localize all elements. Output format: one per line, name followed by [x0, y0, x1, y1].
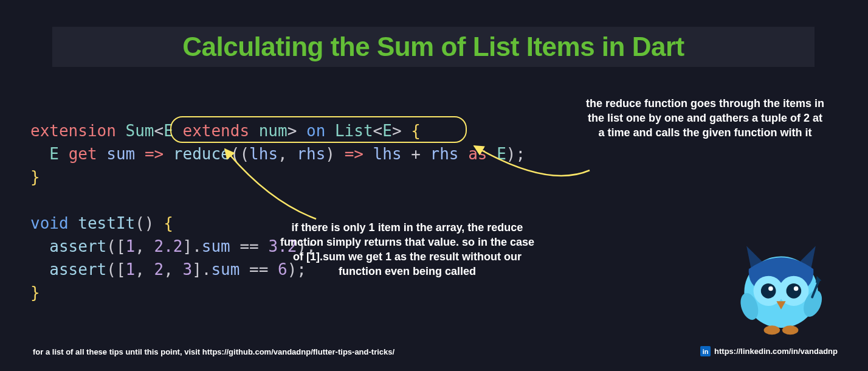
eq-2: == [249, 260, 268, 279]
kw-on: on [306, 122, 325, 140]
prop-sum: sum [106, 145, 135, 163]
kw-extension: extension [30, 122, 116, 140]
annotation-single-item: if there is only 1 item in the array, th… [280, 220, 535, 279]
bracket-close-2: ]. [192, 260, 211, 279]
annotation-reduce: the reduce function goes through the ite… [584, 96, 827, 140]
num-2: 2.2 [154, 237, 183, 255]
var-lhs: lhs [373, 145, 402, 163]
semicolon: ); [506, 145, 525, 163]
kw-void: void [30, 214, 69, 232]
comma-3: , [135, 260, 145, 279]
comma-2: , [135, 237, 145, 255]
svg-point-11 [782, 325, 799, 335]
svg-point-10 [764, 325, 780, 335]
type-num: num [259, 122, 288, 140]
eq: == [239, 237, 258, 255]
prop-sum-2: sum [202, 237, 230, 255]
mascot-owl-icon [723, 229, 839, 338]
comma: , [278, 145, 288, 163]
type-e: E [164, 122, 173, 140]
arrow-2: => [345, 145, 363, 163]
num-5: 2 [154, 260, 164, 279]
num-1: 1 [126, 237, 136, 255]
comma-4: , [164, 260, 173, 279]
footer-tips-link[interactable]: for a list of all these tips until this … [33, 347, 394, 356]
type-list: List [335, 122, 373, 140]
num-4: 1 [126, 260, 136, 279]
fn-reduce: reduce [173, 145, 230, 163]
brace-open-2: { [164, 214, 173, 232]
angle-close-2: > [392, 122, 402, 140]
type-e-4: E [497, 145, 506, 163]
fn-testit: testIt [78, 214, 135, 232]
num-6: 3 [182, 260, 192, 279]
fn-assert-2: assert [49, 260, 106, 279]
type-e-2: E [382, 122, 392, 140]
var-rhs: rhs [430, 145, 459, 163]
footer-linkedin-link[interactable]: in https://linkedin.com/in/vandadnp [700, 346, 838, 356]
svg-point-5 [768, 286, 773, 291]
kw-as: as [468, 145, 487, 163]
page-title: Calculating the Sum of List Items in Dar… [182, 32, 684, 62]
kw-extends: extends [182, 122, 249, 140]
title-banner: Calculating the Sum of List Items in Dar… [52, 27, 815, 67]
paren-close: ) [325, 145, 335, 163]
footer-right-text: https://linkedin.com/in/vandadnp [714, 347, 838, 356]
fn-assert: assert [49, 237, 106, 255]
brace-open: { [411, 122, 421, 140]
parens: () [135, 214, 154, 232]
kw-get: get [69, 145, 97, 163]
angle-close: > [288, 122, 297, 140]
linkedin-icon: in [700, 346, 711, 356]
plus: + [411, 145, 421, 163]
bracket: ([ [106, 237, 125, 255]
param-rhs: rhs [297, 145, 325, 163]
svg-point-4 [787, 283, 802, 299]
brace-close-2: } [30, 283, 40, 302]
bracket-close: ]. [182, 237, 201, 255]
bracket-2: ([ [106, 260, 125, 279]
arrow: => [145, 145, 164, 163]
svg-point-3 [761, 283, 776, 299]
footer-left-text: for a list of all these tips until this … [33, 347, 394, 356]
paren: (( [230, 145, 249, 163]
angle-open: < [154, 122, 164, 140]
type-e-3: E [49, 145, 59, 163]
prop-sum-3: sum [211, 260, 239, 279]
type-sum: Sum [126, 122, 154, 140]
svg-point-6 [794, 286, 799, 291]
brace-close: } [30, 168, 40, 186]
param-lhs: lhs [249, 145, 278, 163]
angle-open-2: < [373, 122, 383, 140]
